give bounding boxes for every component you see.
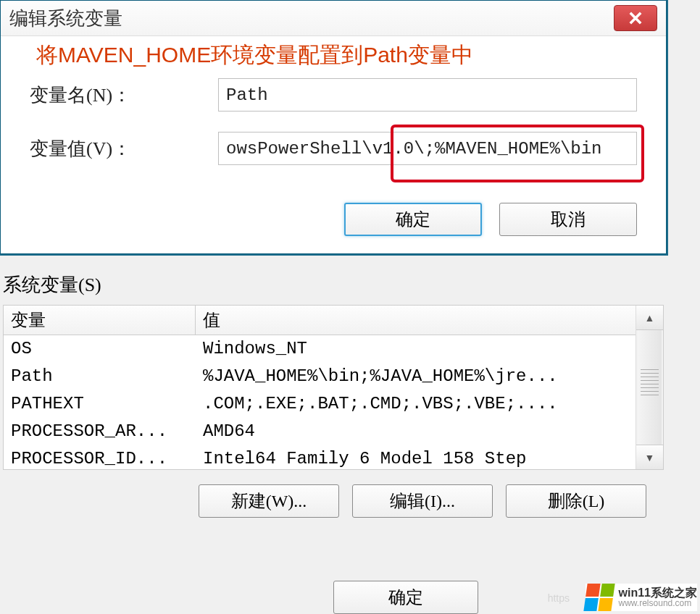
ghost-url-text: https [548,592,570,604]
table-row[interactable]: PROCESSOR_AR...AMD64 [4,418,636,445]
cell-variable: OS [4,335,196,363]
cell-variable: PATHEXT [4,390,196,418]
scroll-thumb[interactable] [638,330,662,445]
col-header-variable[interactable]: 变量 [4,306,196,335]
new-button[interactable]: 新建(W)... [199,484,339,518]
close-button[interactable] [614,5,657,31]
windows-logo-icon [583,584,614,611]
edit-button[interactable]: 编辑(I)... [352,484,493,518]
cell-value: Intel64 Family 6 Model 158 Step [196,445,636,469]
system-variables-legend: 系统变量(S) [3,272,664,298]
system-variables-section: 系统变量(S) 变量 值 OSWindows_NTPath%JAVA_HOME%… [0,275,667,532]
col-header-value[interactable]: 值 [196,306,636,335]
variable-name-label: 变量名(N)： [30,83,218,108]
table-row[interactable]: PATHEXT.COM;.EXE;.BAT;.CMD;.VBS;.VBE;...… [4,390,636,418]
cell-value: Windows_NT [196,335,636,363]
scroll-up-button[interactable]: ▲ [636,306,663,330]
ok-button[interactable]: 确定 [344,203,482,236]
cell-value: AMD64 [196,418,636,445]
variable-value-input[interactable] [218,132,637,165]
table-row[interactable]: Path%JAVA_HOME%\bin;%JAVA_HOME%\jre... [4,363,636,390]
edit-system-variable-dialog: 编辑系统变量 将MAVEN_HOME环境变量配置到Path变量中 变量名(N)：… [0,0,667,254]
cell-value: %JAVA_HOME%\bin;%JAVA_HOME%\jre... [196,363,636,390]
cancel-button[interactable]: 取消 [499,203,637,236]
scrollbar[interactable]: ▲ ▼ [636,306,663,469]
close-icon [629,12,642,25]
variable-value-label: 变量值(V)： [30,136,218,161]
titlebar: 编辑系统变量 [1,1,666,36]
watermark: win11系统之家 www.relsound.com [586,584,697,611]
cell-variable: Path [4,363,196,390]
dialog-title: 编辑系统变量 [9,6,122,31]
delete-button[interactable]: 删除(L) [506,484,646,518]
table-row[interactable]: OSWindows_NT [4,335,636,363]
watermark-title: win11系统之家 [619,586,697,600]
outer-ok-button[interactable]: 确定 [333,581,478,614]
annotation-text: 将MAVEN_HOME环境变量配置到Path变量中 [36,41,473,70]
table-row[interactable]: PROCESSOR_ID...Intel64 Family 6 Model 15… [4,445,636,469]
cell-value: .COM;.EXE;.BAT;.CMD;.VBS;.VBE;.... [196,390,636,418]
system-variables-table[interactable]: 变量 值 OSWindows_NTPath%JAVA_HOME%\bin;%JA… [4,306,636,469]
variable-name-input[interactable] [218,78,637,112]
scroll-down-button[interactable]: ▼ [636,445,663,469]
cell-variable: PROCESSOR_ID... [4,445,196,469]
cell-variable: PROCESSOR_AR... [4,418,196,445]
watermark-url: www.relsound.com [619,599,697,608]
